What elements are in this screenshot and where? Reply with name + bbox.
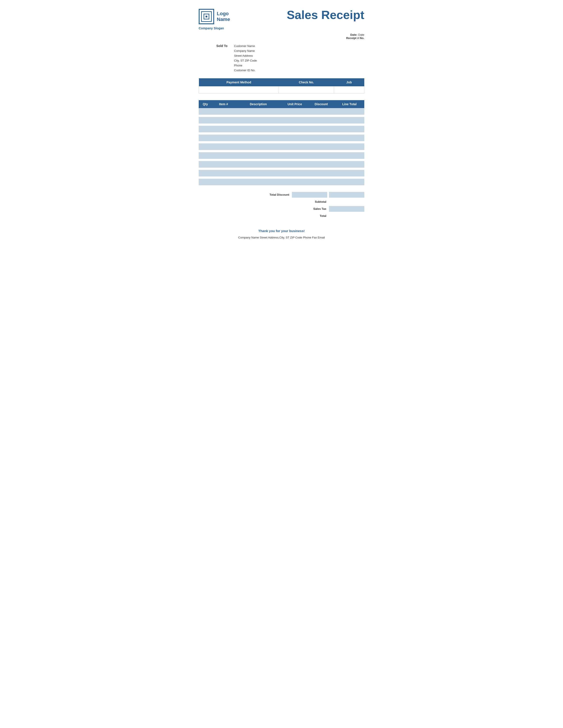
table-cell [235,108,282,115]
city-state-zip: City, ST ZIP Code [234,58,257,63]
table-row [199,108,364,115]
payment-method-header: Payment Method [199,78,279,86]
total-discount-box2 [329,192,364,198]
logo-section: Logo Name [199,9,230,24]
customer-name: Customer Name [234,44,257,49]
total-discount-box1 [292,192,327,198]
total-label: Total [300,214,329,218]
total-discount-pair [292,192,364,198]
job-header: Job [334,78,364,86]
receipt-row: Receipt # No. [199,36,364,40]
table-row [199,143,364,150]
table-cell [199,170,212,176]
sold-to-label: Sold To [216,44,229,73]
receipt-number: Receipt # No. [346,36,364,40]
table-cell [212,108,235,115]
table-row [199,135,364,141]
table-cell [235,161,282,168]
table-row [199,126,364,132]
table-spacer-row [199,150,364,152]
table-row [199,152,364,159]
unit-price-header: Unit Price [282,100,308,108]
table-cell [308,117,335,124]
check-no-header: Check No. [279,78,334,86]
item-number-header: Item # [212,100,235,108]
footer-company-info: Company Name Street Address,City, ST ZIP… [199,236,364,239]
customer-id: Customer ID No. [234,68,257,73]
header: Logo Name Sales Receipt [199,9,364,24]
table-cell [212,143,235,150]
qty-header: Qty [199,100,212,108]
sales-tax-label: Sales Tax [300,207,329,210]
table-row [199,170,364,176]
table-cell [335,108,364,115]
table-cell [235,179,282,185]
total-discount-label: Total Discount [263,193,292,196]
table-cell [308,135,335,141]
table-cell [212,161,235,168]
payment-table: Payment Method Check No. Job [199,78,364,94]
subtotal-label: Subtotal [300,200,329,203]
table-cell [282,161,308,168]
table-row [199,117,364,124]
table-cell [199,179,212,185]
logo-icon [199,9,214,24]
table-cell [282,170,308,176]
table-cell [212,170,235,176]
date-value: Date [358,33,364,36]
total-value [329,213,364,219]
table-cell [308,179,335,185]
totals-section: Total Discount Subtotal Sales Tax Total [199,192,364,220]
table-cell [199,161,212,168]
sales-tax-row: Sales Tax [300,206,364,212]
table-cell [235,126,282,132]
description-header: Description [235,100,282,108]
table-cell [282,126,308,132]
table-cell [335,152,364,159]
title-section: Sales Receipt [287,9,364,21]
table-spacer-row [199,124,364,126]
table-cell [212,126,235,132]
table-row [199,161,364,168]
table-cell [335,161,364,168]
payment-data-row [199,86,364,93]
table-cell [282,108,308,115]
table-cell [308,161,335,168]
check-no-cell [279,86,334,93]
table-cell [335,117,364,124]
table-spacer-row [199,176,364,179]
table-spacer-row [199,115,364,117]
table-spacer-row [199,141,364,143]
table-cell [199,126,212,132]
table-row [199,179,364,185]
table-cell [235,135,282,141]
job-cell [334,86,364,93]
payment-method-cell [199,86,279,93]
table-cell [282,143,308,150]
line-total-header: Line Total [335,100,364,108]
items-table: Qty Item # Description Unit Price Discou… [199,100,364,188]
table-cell [212,117,235,124]
table-cell [212,135,235,141]
table-cell [282,179,308,185]
date-row: Date: Date [199,33,364,36]
logo-text: Logo Name [217,11,230,23]
table-cell [335,179,364,185]
table-cell [308,143,335,150]
total-discount-row: Total Discount [263,192,364,198]
date-label: Date: [350,33,358,36]
table-cell [308,152,335,159]
table-spacer-row [199,168,364,170]
company-slogan: Company Slogan [199,26,364,30]
table-cell [282,117,308,124]
table-cell [235,152,282,159]
sold-to-info: Customer Name Company Name Street Addres… [234,44,257,73]
subtotal-value [329,199,364,205]
table-cell [335,126,364,132]
phone: Phone [234,63,257,68]
subtotal-row: Subtotal [300,199,364,205]
table-cell [308,170,335,176]
table-cell [235,143,282,150]
items-header-row: Qty Item # Description Unit Price Discou… [199,100,364,108]
table-cell [235,170,282,176]
